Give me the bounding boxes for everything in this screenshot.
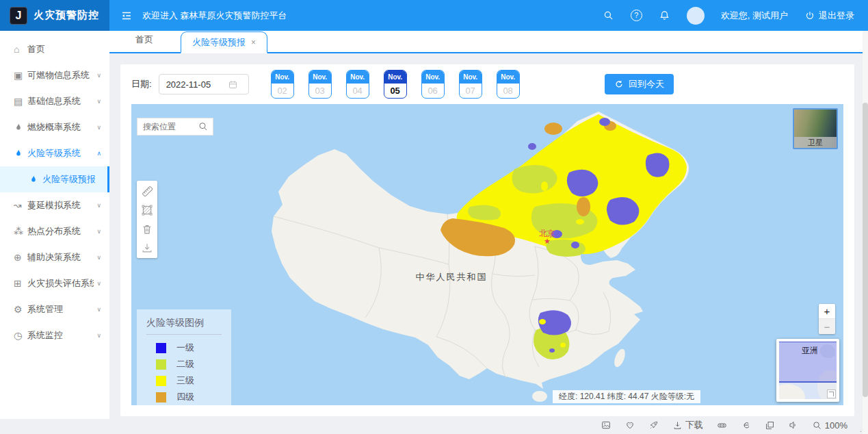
legend-item-level-4: 四级 xyxy=(156,391,222,403)
home-icon: ⌂ xyxy=(14,44,27,55)
china-map-graphic xyxy=(131,104,843,405)
page-zoom-control[interactable]: 100% xyxy=(812,420,847,431)
sidebar-item-system-admin[interactable]: ⚙ 系统管理 ∨ xyxy=(0,296,109,322)
zoom-in-button[interactable]: + xyxy=(819,304,835,319)
vr-glasses-icon[interactable] xyxy=(716,420,728,431)
sidebar-item-fire-risk-forecast-active[interactable]: 火险等级预报 xyxy=(0,166,109,192)
date-card-nov-03[interactable]: Nov. 03 xyxy=(308,70,332,99)
base-info-icon: ▤ xyxy=(14,96,27,107)
legend-item-level-1: 一级 xyxy=(156,342,222,354)
legend-item-level-3: 三级 xyxy=(156,374,222,387)
sidebar-item-base-info[interactable]: ▤ 基础信息系统 ∨ xyxy=(0,88,109,114)
bottom-toolbar: 下载 100% xyxy=(0,416,868,434)
map-search-input[interactable] xyxy=(143,122,198,131)
spread-icon: ↝ xyxy=(14,200,27,211)
tab-bar: 首页 火险等级预报 × xyxy=(109,31,868,53)
tab-fire-risk-forecast[interactable]: 火险等级预报 × xyxy=(181,31,267,53)
calendar-icon xyxy=(228,79,238,90)
tab-home[interactable]: 首页 xyxy=(126,34,163,52)
chevron-up-icon: ∧ xyxy=(96,150,101,157)
tab-label: 火险等级预报 xyxy=(192,36,246,49)
date-card-nov-02[interactable]: Nov. 02 xyxy=(271,70,294,99)
swirl-share-icon[interactable] xyxy=(741,420,752,431)
china-fire-risk-map[interactable]: 中华人民共和国 北京 ★ 火险等级图例 xyxy=(131,104,843,405)
search-icon[interactable] xyxy=(603,10,614,21)
header-main: 欢迎进入 森林草原火灾预警防控平台 ? 欢迎您, 测试用户 退出登录 xyxy=(109,0,868,31)
rocket-icon[interactable] xyxy=(648,420,659,431)
sidebar-item-fire-risk-level[interactable]: 火险等级系统 ∧ xyxy=(0,140,109,166)
sidebar-item-hotspot-distribution[interactable]: ⁂ 热点分布系统 ∨ xyxy=(0,218,109,244)
window-copy-icon[interactable] xyxy=(765,420,775,431)
chevron-down-icon: ∨ xyxy=(96,280,101,287)
flame-icon xyxy=(14,123,23,132)
speaker-icon[interactable] xyxy=(788,420,799,431)
level-3-swatch xyxy=(156,376,166,386)
legend-item-level-2: 二级 xyxy=(156,358,222,370)
delete-trash-icon[interactable] xyxy=(140,222,154,236)
download-label: 下载 xyxy=(685,419,703,431)
sidebar-item-system-monitor[interactable]: ◷ 系统监控 ∨ xyxy=(0,322,109,348)
collapse-sidebar-icon[interactable] xyxy=(120,10,133,22)
date-picker[interactable] xyxy=(159,74,249,94)
download-icon xyxy=(672,420,683,431)
map-search-box[interactable] xyxy=(137,118,213,136)
help-icon[interactable]: ? xyxy=(631,10,642,21)
beijing-marker: 北京 ★ xyxy=(539,230,555,245)
power-icon xyxy=(804,10,815,21)
back-to-today-button[interactable]: 回到今天 xyxy=(605,74,674,94)
sticker-heart-icon[interactable] xyxy=(624,420,635,431)
logout-button[interactable]: 退出登录 xyxy=(804,10,854,22)
zoom-out-button[interactable]: − xyxy=(819,319,835,334)
sidebar-item-fire-loss-evaluation[interactable]: ⊞ 火灾损失评估系统 ∨ xyxy=(0,270,109,296)
image-icon[interactable] xyxy=(601,420,611,431)
date-card-nov-06[interactable]: Nov. 06 xyxy=(421,70,445,99)
sidebar-item-home[interactable]: ⌂ 首页 xyxy=(0,36,109,62)
avatar[interactable] xyxy=(687,7,705,25)
level-4-swatch xyxy=(156,392,166,403)
sidebar-item-burn-probability[interactable]: 燃烧概率系统 ∨ xyxy=(0,114,109,140)
sidebar-item-decision-support[interactable]: ⊕ 辅助决策系统 ∨ xyxy=(0,244,109,270)
fire-risk-legend: 火险等级图例 一级 二级 三级 四级 xyxy=(137,309,231,405)
vertical-scrollbar[interactable] xyxy=(863,31,868,434)
flame-icon xyxy=(29,175,38,184)
fuel-info-icon: ▣ xyxy=(14,70,27,81)
country-label: 中华人民共和国 xyxy=(404,271,499,283)
date-card-nov-04[interactable]: Nov. 04 xyxy=(346,70,369,99)
flame-icon xyxy=(14,149,23,158)
chevron-down-icon: ∨ xyxy=(96,254,101,261)
date-card-nov-08[interactable]: Nov. 08 xyxy=(497,70,520,99)
loss-eval-icon: ⊞ xyxy=(14,278,27,289)
search-icon[interactable] xyxy=(198,121,209,132)
scrollbar-thumb[interactable] xyxy=(863,103,868,397)
header: J 火灾预警防控 欢迎进入 森林草原火灾预警防控平台 ? 欢迎您, 测试用户 退… xyxy=(0,0,868,31)
user-greeting: 欢迎您, 测试用户 xyxy=(721,10,788,22)
date-card-nov-05-selected[interactable]: Nov. 05 xyxy=(384,70,407,99)
export-download-icon[interactable] xyxy=(140,241,154,255)
magnifier-icon xyxy=(812,420,822,431)
minimap-landmass xyxy=(779,384,805,399)
monitor-icon: ◷ xyxy=(14,330,27,341)
app-title: 火灾预警防控 xyxy=(34,9,99,22)
brand-area: J 火灾预警防控 xyxy=(0,0,109,31)
sidebar: ⌂ 首页 ▣ 可燃物信息系统 ∨ ▤ 基础信息系统 ∨ 燃烧概率系统 ∨ 火险等… xyxy=(0,31,109,419)
chevron-down-icon: ∨ xyxy=(96,332,101,339)
minimap-region-label: 亚洲 xyxy=(802,345,818,357)
close-tab-icon[interactable]: × xyxy=(251,38,256,47)
level-1-swatch xyxy=(156,343,166,353)
sidebar-item-spread-simulation[interactable]: ↝ 蔓延模拟系统 ∨ xyxy=(0,192,109,218)
minimap-collapse-button[interactable] xyxy=(827,390,836,398)
chevron-down-icon: ∨ xyxy=(96,202,101,209)
date-card-nov-07[interactable]: Nov. 07 xyxy=(459,70,482,99)
draw-area-icon[interactable] xyxy=(140,203,155,218)
bell-icon[interactable] xyxy=(659,10,670,21)
measure-ruler-icon[interactable] xyxy=(140,184,155,199)
overview-minimap[interactable]: 亚洲 xyxy=(776,339,839,402)
gear-icon: ⚙ xyxy=(14,304,27,315)
download-button[interactable]: 下载 xyxy=(672,419,703,431)
satellite-layer-toggle[interactable]: 卫星 xyxy=(793,108,838,149)
sidebar-item-fuel-info[interactable]: ▣ 可燃物信息系统 ∨ xyxy=(0,62,109,88)
chevron-down-icon: ∨ xyxy=(96,72,101,79)
date-input[interactable] xyxy=(166,79,228,90)
refresh-icon xyxy=(614,79,624,89)
star-icon: ★ xyxy=(539,238,555,245)
